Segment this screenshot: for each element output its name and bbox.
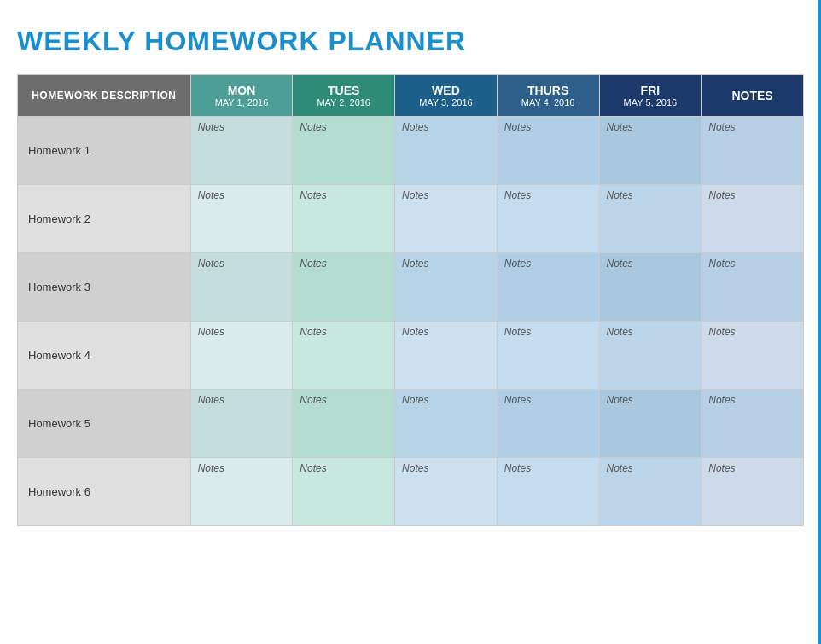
table-container: HOMEWORK DESCRIPTION MON May 1, 2016 TUE… bbox=[0, 74, 821, 526]
hw-label-cell: Homework 5 bbox=[18, 390, 191, 458]
header-area: WEEKLY HOMEWORK PLANNER bbox=[0, 0, 821, 74]
tues-notes-cell[interactable]: Notes bbox=[293, 458, 395, 526]
page: WEEKLY HOMEWORK PLANNER HOMEWORK DESCRIP… bbox=[0, 0, 821, 644]
hw-label-cell: Homework 4 bbox=[18, 322, 191, 390]
table-row: Homework 2NotesNotesNotesNotesNotesNotes bbox=[18, 185, 804, 253]
notes-cell[interactable]: Notes bbox=[702, 458, 804, 526]
notes-text: Notes bbox=[504, 462, 531, 474]
notes-cell[interactable]: Notes bbox=[702, 390, 804, 458]
wed-notes-cell[interactable]: Notes bbox=[395, 253, 498, 322]
thu-notes-cell[interactable]: Notes bbox=[497, 458, 599, 526]
col-header-thu: THURS May 4, 2016 bbox=[497, 75, 599, 117]
thu-notes-cell[interactable]: Notes bbox=[497, 322, 599, 390]
notes-text: Notes bbox=[300, 121, 326, 133]
notes-text: Notes bbox=[708, 326, 735, 338]
notes-text: Notes bbox=[402, 394, 428, 406]
table-row: Homework 1NotesNotesNotesNotesNotesNotes bbox=[18, 117, 804, 185]
notes-text: Notes bbox=[402, 121, 428, 133]
notes-text: Notes bbox=[198, 258, 224, 270]
notes-text: Notes bbox=[300, 258, 326, 270]
thu-notes-cell[interactable]: Notes bbox=[497, 390, 599, 458]
col-header-notes: NOTES bbox=[702, 75, 804, 117]
table-row: Homework 5NotesNotesNotesNotesNotesNotes bbox=[18, 390, 804, 458]
wed-notes-cell[interactable]: Notes bbox=[395, 185, 498, 253]
tues-notes-cell[interactable]: Notes bbox=[293, 185, 395, 253]
planner-table: HOMEWORK DESCRIPTION MON May 1, 2016 TUE… bbox=[17, 74, 804, 526]
notes-cell[interactable]: Notes bbox=[702, 185, 804, 253]
thu-notes-cell[interactable]: Notes bbox=[497, 253, 599, 322]
thu-notes-cell[interactable]: Notes bbox=[497, 117, 599, 185]
notes-text: Notes bbox=[198, 462, 224, 474]
notes-text: Notes bbox=[198, 121, 224, 133]
notes-text: Notes bbox=[300, 462, 326, 474]
tues-notes-cell[interactable]: Notes bbox=[293, 253, 395, 322]
notes-text: Notes bbox=[504, 121, 531, 133]
wed-notes-cell[interactable]: Notes bbox=[395, 322, 498, 390]
wed-notes-cell[interactable]: Notes bbox=[395, 458, 498, 526]
notes-text: Notes bbox=[607, 394, 633, 406]
notes-text: Notes bbox=[300, 394, 326, 406]
col-header-hw-desc: HOMEWORK DESCRIPTION bbox=[18, 75, 191, 117]
notes-text: Notes bbox=[504, 189, 531, 201]
notes-text: Notes bbox=[300, 189, 326, 201]
notes-text: Notes bbox=[708, 462, 735, 474]
mon-notes-cell[interactable]: Notes bbox=[190, 322, 293, 390]
fri-notes-cell[interactable]: Notes bbox=[599, 253, 702, 322]
thu-notes-cell[interactable]: Notes bbox=[497, 185, 599, 253]
notes-text: Notes bbox=[708, 394, 735, 406]
notes-text: Notes bbox=[504, 394, 531, 406]
mon-notes-cell[interactable]: Notes bbox=[190, 253, 293, 322]
hw-label-cell: Homework 6 bbox=[18, 458, 191, 526]
blue-accent-bar bbox=[818, 0, 821, 644]
tues-notes-cell[interactable]: Notes bbox=[293, 322, 395, 390]
notes-cell[interactable]: Notes bbox=[702, 253, 804, 322]
mon-notes-cell[interactable]: Notes bbox=[190, 458, 293, 526]
notes-text: Notes bbox=[402, 326, 428, 338]
table-row: Homework 3NotesNotesNotesNotesNotesNotes bbox=[18, 253, 804, 322]
notes-text: Notes bbox=[607, 189, 633, 201]
col-header-mon: MON May 1, 2016 bbox=[190, 75, 293, 117]
notes-text: Notes bbox=[300, 326, 326, 338]
notes-text: Notes bbox=[607, 121, 633, 133]
fri-notes-cell[interactable]: Notes bbox=[599, 185, 702, 253]
table-row: Homework 6NotesNotesNotesNotesNotesNotes bbox=[18, 458, 804, 526]
mon-notes-cell[interactable]: Notes bbox=[190, 117, 293, 185]
col-header-wed: WED May 3, 2016 bbox=[395, 75, 498, 117]
mon-notes-cell[interactable]: Notes bbox=[190, 390, 293, 458]
notes-text: Notes bbox=[198, 394, 224, 406]
col-header-fri: FRI May 5, 2016 bbox=[599, 75, 702, 117]
notes-text: Notes bbox=[607, 462, 633, 474]
notes-text: Notes bbox=[504, 258, 531, 270]
fri-notes-cell[interactable]: Notes bbox=[599, 117, 702, 185]
hw-label-cell: Homework 1 bbox=[18, 117, 191, 185]
tues-notes-cell[interactable]: Notes bbox=[293, 117, 395, 185]
table-row: Homework 4NotesNotesNotesNotesNotesNotes bbox=[18, 322, 804, 390]
notes-text: Notes bbox=[708, 189, 735, 201]
header-row: HOMEWORK DESCRIPTION MON May 1, 2016 TUE… bbox=[18, 75, 804, 117]
fri-notes-cell[interactable]: Notes bbox=[599, 322, 702, 390]
notes-text: Notes bbox=[607, 326, 633, 338]
notes-text: Notes bbox=[708, 258, 735, 270]
notes-cell[interactable]: Notes bbox=[702, 322, 804, 390]
fri-notes-cell[interactable]: Notes bbox=[599, 458, 702, 526]
notes-text: Notes bbox=[402, 462, 428, 474]
hw-label-cell: Homework 3 bbox=[18, 253, 191, 322]
hw-label-cell: Homework 2 bbox=[18, 185, 191, 253]
notes-text: Notes bbox=[607, 258, 633, 270]
page-title: WEEKLY HOMEWORK PLANNER bbox=[17, 26, 804, 57]
col-header-tues: TUES May 2, 2016 bbox=[293, 75, 395, 117]
notes-cell[interactable]: Notes bbox=[702, 117, 804, 185]
tues-notes-cell[interactable]: Notes bbox=[293, 390, 395, 458]
wed-notes-cell[interactable]: Notes bbox=[395, 390, 498, 458]
mon-notes-cell[interactable]: Notes bbox=[190, 185, 293, 253]
notes-text: Notes bbox=[198, 189, 224, 201]
fri-notes-cell[interactable]: Notes bbox=[599, 390, 702, 458]
notes-text: Notes bbox=[504, 326, 531, 338]
notes-text: Notes bbox=[198, 326, 224, 338]
notes-text: Notes bbox=[708, 121, 735, 133]
notes-text: Notes bbox=[402, 189, 428, 201]
notes-text: Notes bbox=[402, 258, 428, 270]
wed-notes-cell[interactable]: Notes bbox=[395, 117, 498, 185]
